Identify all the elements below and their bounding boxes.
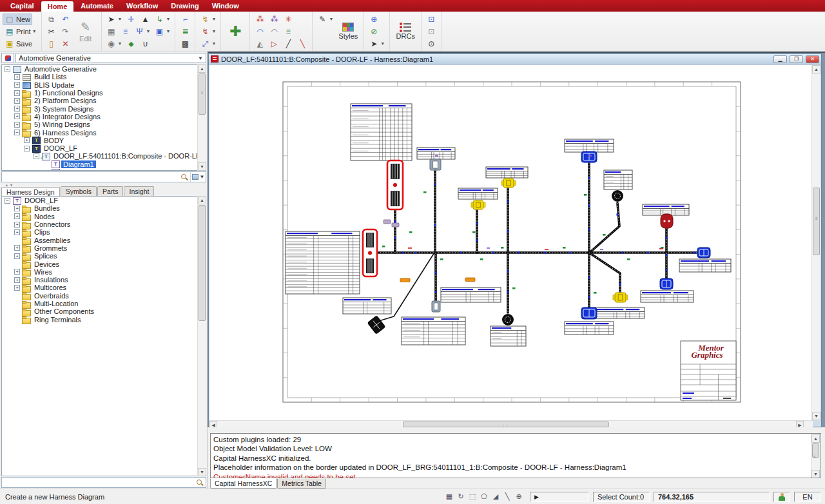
scroll-up-icon[interactable]: ▲ [198,196,206,204]
tree-item-4-integrator-designs[interactable]: +4) Integrator Designs [2,113,206,121]
save-button[interactable]: ▣Save [3,38,34,50]
sync-tool[interactable]: ≡ [281,26,295,37]
block-tool[interactable]: ▣▼ [153,26,173,37]
split-tool[interactable]: ⁂ [253,14,267,25]
select-tool[interactable]: ➤▼ [104,14,124,25]
harness-item-bundles[interactable]: +Bundles [2,204,206,212]
drcs-button[interactable]: DRCs [393,15,418,48]
crosshair-icon[interactable]: ⊕ [514,492,524,502]
probe-tool[interactable]: ➤▼ [367,38,387,50]
project-tree[interactable]: −Automotive Generative+Build Lists+BLIS … [1,64,206,171]
view-plain-tool[interactable]: ⊙ [424,38,438,50]
menu-tab-drawing[interactable]: Drawing [164,1,205,12]
expand-icon[interactable]: + [14,206,20,211]
expand-icon[interactable]: + [24,137,30,143]
expand-icon[interactable]: + [14,285,20,291]
scrollbar-thumb[interactable] [199,205,206,321]
expand-icon[interactable]: + [14,90,20,96]
scroll-down-icon[interactable]: ▼ [811,470,820,478]
cut-button[interactable]: ✂ [44,26,59,37]
collapse-icon[interactable]: − [24,146,30,151]
menu-tab-capital[interactable]: Capital [4,1,41,12]
expand-icon[interactable]: + [14,245,20,251]
harness-item-grommets[interactable]: +Grommets [2,244,206,252]
view-options-button[interactable]: ▼ [190,172,206,182]
scroll-up-icon[interactable]: ▲ [198,64,206,73]
harness-item-door-lf[interactable]: −DOOR_LF [2,197,206,204]
scrollbar-thumb[interactable]: ⋮⋮ [403,422,609,427]
print-button[interactable]: ▤Print▼ [3,26,39,37]
tree-item-1-functional-designs[interactable]: +1) Functional Designs [2,89,206,97]
flip-h-tool[interactable]: ◭ [253,38,267,50]
expand-icon[interactable]: + [14,122,20,128]
move-tool[interactable]: ✚ [224,26,247,37]
tree-item-partial-item[interactable]: − [2,168,206,171]
project-combobox[interactable]: Automotive Generative ▼ [15,53,206,63]
zoom-back-tool[interactable]: ⊘ [367,26,381,37]
scroll-down-icon[interactable]: ▼ [812,412,820,420]
scroll-up-icon[interactable]: ▲ [811,434,820,443]
menu-tab-workflow[interactable]: Workflow [120,1,164,12]
paste-button[interactable]: ▯ [44,38,59,50]
expand-icon[interactable]: + [14,82,20,88]
expand-icon[interactable]: + [14,269,20,275]
styles-button[interactable]: Styles [335,15,361,48]
collapse-icon[interactable]: − [5,66,10,72]
console-tab-capital-harnessxc[interactable]: Capital HarnessXC [210,478,277,489]
harness-item-assemblies[interactable]: −Assemblies [2,236,206,244]
harness-item-ring-terminals[interactable]: −Ring Terminals [2,315,206,323]
board-tool[interactable]: ▩ [178,38,192,50]
tree-item-5-wiring-designs[interactable]: +5) Wiring Designs [2,121,206,128]
site-tool[interactable]: ▦ [104,26,119,37]
collapse-icon[interactable]: − [14,130,20,135]
tree-item-body[interactable]: +BODY [2,137,206,144]
layers-tool[interactable]: ≣ [178,26,192,37]
reroute2-tool[interactable]: ↯▼ [198,26,218,37]
undo-button[interactable]: ↶ [59,14,73,25]
delete-button[interactable]: ✕ [59,38,73,50]
tab-parts[interactable]: Parts [97,186,124,196]
stretch-tool[interactable]: ⤢▼ [198,38,218,50]
menu-tab-home[interactable]: Home [41,1,75,12]
scrollbar-thumb[interactable]: ≡ [813,188,820,255]
tree-item-door-lf[interactable]: −DOOR_LF [2,144,206,152]
harness-item-insulations[interactable]: +Insulations [2,276,206,284]
view-dim-tool[interactable]: ⊡ [424,26,438,37]
harness-item-multicores[interactable]: +Multicores [2,284,206,291]
flip-v-tool[interactable]: ▷ [267,38,281,50]
project-tree-scrollbar[interactable]: ▲ ≡ ▼ [197,64,206,171]
fan-tool[interactable]: ▲ [139,14,153,25]
multi-tool[interactable]: ✳ [281,14,295,25]
collapse-icon[interactable]: − [5,198,10,204]
tree-item-door-lf-54011101-b-composite-doo[interactable]: −DOOR_LF:54011101:B:Composite - DOOR-LF … [2,152,206,160]
menu-tab-window[interactable]: Window [206,1,246,12]
chevron-down-icon[interactable]: ▼ [198,55,203,61]
tree-item-3-system-designs[interactable]: +3) System Designs [2,104,206,112]
harness-tree-scrollbar[interactable]: ▲ ▼ [197,196,206,476]
tag-tool[interactable]: ⬥ [124,38,139,50]
hook-b-tool[interactable]: ◠ [267,26,281,37]
zoom-area-tool[interactable]: ⊕ [367,14,381,25]
tab-harness-design[interactable]: Harness Design [1,187,60,196]
harness-item-wires[interactable]: +Wires [2,268,206,276]
merge-tool[interactable]: ⁂ [267,14,281,25]
collapse-icon[interactable]: − [34,153,39,159]
route-elbow-tool[interactable]: ⌐ [178,14,192,25]
tree-item-diagram1[interactable]: −Diagram1 [2,160,206,168]
harness-search-input[interactable] [2,478,196,487]
console-scrollbar[interactable]: ▲ ≡ ▼ [811,434,820,478]
macro-play-field[interactable]: ▶ [530,492,589,502]
polygon-select-icon[interactable]: ⬠ [479,492,489,502]
tree-item-2-platform-designs[interactable]: +2) Platform Designs [2,97,206,104]
harness-item-other-components[interactable]: −Other Components [2,307,206,315]
tree-item-6-harness-designs[interactable]: −6) Harness Designs [2,128,206,136]
scrollbar-thumb[interactable]: ≡ [199,73,206,115]
wye-tool[interactable]: Ψ▼ [133,26,153,37]
harness-item-nodes[interactable]: +Nodes [2,213,206,220]
copy-button[interactable]: ⧉ [44,14,59,25]
scroll-up-icon[interactable]: ▲ [812,65,820,73]
expand-icon[interactable]: + [14,213,20,219]
tree-item-blis-update[interactable]: +BLIS Update [2,81,206,89]
scroll-down-icon[interactable]: ▼ [198,468,206,476]
tab-symbols[interactable]: Symbols [61,186,97,196]
